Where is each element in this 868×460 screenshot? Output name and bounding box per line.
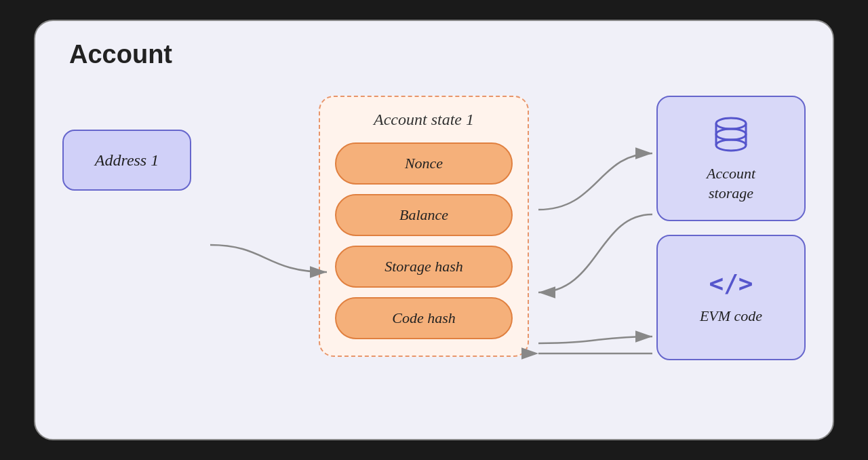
outer-card: Account	[34, 20, 834, 440]
address-box: Address 1	[62, 130, 191, 191]
state-card: Account state 1 Nonce Balance Storage ha…	[319, 96, 529, 357]
evm-code-label: EVM code	[700, 307, 762, 326]
code-icon: </>	[709, 269, 753, 297]
state-card-title: Account state 1	[335, 111, 513, 129]
storage-hash-field: Storage hash	[335, 246, 513, 288]
nonce-field: Nonce	[335, 142, 513, 185]
account-storage-box: Account storage	[656, 96, 806, 221]
address-label: Address 1	[95, 151, 159, 170]
balance-field: Balance	[335, 194, 513, 236]
evm-code-box: </> EVM code	[656, 235, 806, 360]
svg-point-2	[716, 118, 746, 129]
code-hash-field: Code hash	[335, 297, 513, 339]
right-boxes: Account storage </> EVM code	[656, 96, 806, 360]
svg-point-4	[716, 140, 746, 151]
database-icon	[711, 114, 751, 155]
account-storage-label: Account storage	[707, 164, 755, 203]
svg-point-3	[716, 129, 746, 140]
page-title: Account	[69, 40, 172, 69]
